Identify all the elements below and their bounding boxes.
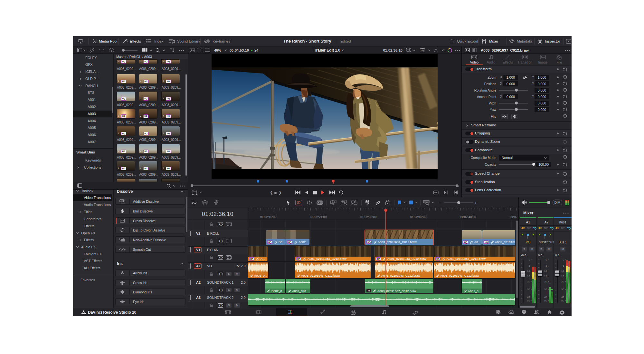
svg-text:HQ: HQ [421, 50, 424, 52]
